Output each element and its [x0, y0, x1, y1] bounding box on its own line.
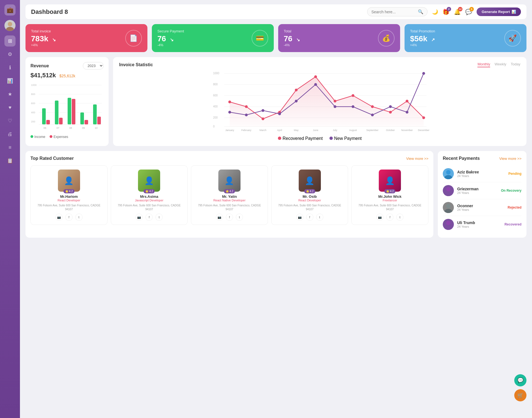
sidebar-item-list[interactable]: 📋 — [4, 155, 16, 166]
search-input[interactable] — [371, 10, 416, 14]
generate-report-button[interactable]: Generate Report 📊 — [477, 7, 521, 16]
address-asima: 795 Folsom Ave, Suite 600 San Francisco,… — [114, 204, 185, 211]
svg-text:07: 07 — [57, 127, 59, 129]
cart-float-button[interactable]: 🛒 — [514, 389, 526, 401]
rating-john: ⭐ 4.2 — [384, 189, 395, 193]
twitter-john[interactable]: t — [396, 214, 403, 221]
chat-badge: 5 — [469, 7, 474, 11]
svg-point-78 — [446, 187, 451, 191]
twitter-asima[interactable]: t — [155, 214, 163, 221]
sidebar-item-print[interactable]: 🖨 — [4, 129, 16, 140]
svg-rect-19 — [72, 99, 75, 124]
bar-chart-svg: 1000 800 600 400 200 06 — [30, 82, 104, 132]
sidebar-item-favorites[interactable]: ★ — [4, 89, 16, 100]
svg-rect-21 — [80, 112, 84, 124]
promotion-value: $56k ↗ — [410, 34, 435, 43]
svg-point-81 — [444, 209, 452, 213]
dark-mode-toggle[interactable]: 🌙 — [432, 9, 438, 15]
payment-name-oconner: Oconner — [457, 204, 504, 208]
sidebar-item-liked[interactable]: ♥ — [4, 102, 16, 113]
socials-osib: 📷 f t — [274, 214, 345, 221]
payment-name-aziz: Aziz Bakree — [457, 170, 505, 174]
twitter-hariom[interactable]: t — [75, 214, 83, 221]
payments-card: Recent Payments View more >> Aziz Bakree… — [438, 151, 526, 238]
svg-rect-16 — [59, 118, 63, 124]
stat-card-total: Total 76 ↘ -4% 💰 — [278, 24, 400, 52]
chart-bar-icon: 📊 — [511, 10, 516, 14]
invoice-value: 783k ↘ — [31, 34, 56, 43]
promotion-label: Total Promotion — [410, 29, 435, 33]
sidebar-item-info[interactable]: ℹ — [4, 62, 16, 73]
promotion-change: +4% — [410, 43, 435, 47]
rating-yatin: ⭐ 4.2 — [224, 189, 235, 193]
svg-point-71 — [352, 105, 354, 108]
charts-row: Revenue 202320222021 $41,512k $25,612k 1… — [25, 57, 526, 146]
svg-point-64 — [228, 111, 231, 114]
svg-point-69 — [314, 83, 317, 86]
twitter-yatin[interactable]: t — [236, 214, 243, 221]
revenue-chart-card: Revenue 202320222021 $41,512k $25,612k 1… — [25, 57, 109, 146]
year-select[interactable]: 202320222021 — [83, 62, 104, 70]
payment-item-4: Uli Trumb 24 Years Recovered — [443, 216, 521, 233]
instagram-john[interactable]: 📷 — [376, 214, 383, 221]
expenses-legend: Expenses — [53, 135, 68, 139]
instagram-yatin[interactable]: 📷 — [216, 214, 223, 221]
sidebar-item-dashboard[interactable]: ⊞ — [4, 35, 16, 47]
revenue-title: Revenue — [30, 63, 49, 68]
stat-card-payment: Secure Payment 76 ↘ -4% 💳 — [152, 24, 274, 52]
customers-view-more[interactable]: View more >> — [406, 157, 428, 161]
customer-card-3: 👤 ⭐ 4.2 Mr. Yatin React Native Developer… — [191, 165, 268, 225]
svg-text:400: 400 — [31, 111, 35, 114]
facebook-osib[interactable]: f — [306, 214, 313, 221]
customers-title: Top Rated Customer — [30, 156, 74, 161]
name-osib: Mr. Osib — [274, 194, 345, 199]
twitter-osib[interactable]: t — [316, 214, 323, 221]
svg-rect-24 — [93, 104, 97, 124]
sidebar-item-analytics[interactable]: 📊 — [4, 75, 16, 86]
payments-view-more[interactable]: View more >> — [499, 157, 521, 161]
facebook-yatin[interactable]: f — [226, 214, 233, 221]
bell-badge: 12 — [458, 7, 462, 11]
facebook-asima[interactable]: f — [145, 214, 153, 221]
svg-point-57 — [314, 75, 317, 78]
total-change: -4% — [284, 43, 300, 47]
avatar-asima: 👤 ⭐ 4.2 — [138, 170, 160, 192]
bell-notification[interactable]: 🔔 12 — [454, 9, 461, 15]
float-buttons: 💬 🛒 — [514, 374, 526, 401]
facebook-john[interactable]: f — [386, 214, 393, 221]
svg-point-74 — [406, 111, 408, 114]
facebook-hariom[interactable]: f — [65, 214, 73, 221]
tab-monthly[interactable]: Monthly — [477, 62, 490, 67]
payment-value: 76 ↘ — [157, 34, 184, 43]
svg-text:600: 600 — [213, 94, 218, 97]
instagram-hariom[interactable]: 📷 — [55, 214, 63, 221]
sidebar-logo[interactable]: 💼 — [4, 4, 16, 16]
sidebar-item-settings[interactable]: ⚙ — [4, 49, 16, 60]
instagram-asima[interactable]: 📷 — [135, 214, 143, 221]
tab-weekly[interactable]: Weekly — [495, 62, 506, 67]
gift-notification[interactable]: 🎁 2 — [443, 9, 449, 15]
sidebar-item-menu[interactable]: ≡ — [4, 142, 16, 153]
sidebar-item-wishlist[interactable]: ♡ — [4, 115, 16, 126]
payment-info-uli: Uli Trumb 24 Years — [457, 220, 501, 228]
socials-john: 📷 f t — [354, 214, 425, 221]
sidebar-avatar[interactable] — [4, 20, 16, 31]
payment-item-1: Aziz Bakree 24 Years Pending — [443, 165, 521, 182]
svg-rect-18 — [68, 98, 71, 124]
svg-point-65 — [245, 114, 248, 116]
chat-notification[interactable]: 💬 5 — [465, 9, 472, 15]
stat-card-promotion: Total Promotion $56k ↗ +4% 🚀 — [405, 24, 526, 52]
svg-point-56 — [295, 89, 298, 91]
svg-rect-15 — [55, 101, 58, 124]
revenue-sub: $25,612k — [59, 74, 75, 78]
tab-today[interactable]: Today — [511, 62, 520, 67]
revenue-amount: $41,512k — [30, 72, 56, 79]
svg-point-52 — [228, 101, 231, 103]
support-float-button[interactable]: 💬 — [514, 374, 526, 386]
invoice-label: Total invoice — [31, 29, 56, 33]
svg-text:08: 08 — [69, 127, 72, 129]
instagram-osib[interactable]: 📷 — [296, 214, 303, 221]
payment-item-2: Griezerman 24 Years On Recovery — [443, 182, 521, 199]
revenue-amount-row: $41,512k $25,612k — [30, 72, 104, 79]
payment-status-griezerman: On Recovery — [501, 189, 521, 193]
